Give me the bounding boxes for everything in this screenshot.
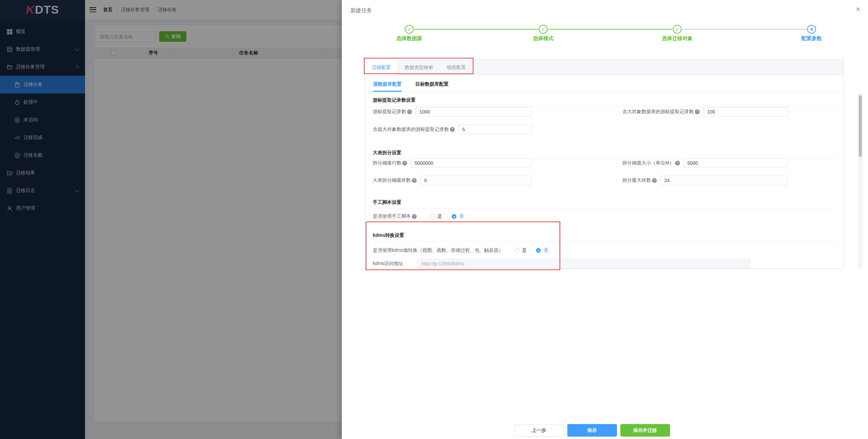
tab-migration-config[interactable]: 迁移配置 — [365, 60, 398, 75]
help-icon[interactable]: ? — [695, 109, 700, 114]
config-tabs: 迁移配置 数据类型映射 线程配置 — [365, 59, 844, 75]
step-connector — [682, 29, 806, 30]
help-icon[interactable]: ? — [652, 178, 657, 183]
db-config-subtabs: 源数据库配置 目标数据库配置 — [365, 75, 844, 92]
field-label: 拆分阈值大小（单位M） — [622, 160, 674, 166]
form-item: 含超大对象数据表的游标提取记录数 ? — [373, 125, 532, 134]
drawer-footer: 上一步 保存 保存并迁移 — [514, 424, 670, 437]
form-item: 拆分最大块数 ? — [622, 176, 788, 185]
section-title-big-table-split: 大表拆分设置 — [373, 150, 836, 159]
close-icon[interactable]: ✕ — [856, 6, 861, 12]
form-scrollbar-thumb[interactable] — [859, 95, 862, 157]
field-label: kdms访问地址 — [373, 261, 403, 267]
lob-cursor-fetch-count-input[interactable] — [703, 107, 788, 117]
field-label: 含大对象数据表的游标提取记录数 — [622, 109, 694, 115]
config-form-scroll-area[interactable]: 游标提取记录数设置 游标提取记录数 ? 含大对象数据表的游标提取记录数 ? 含超… — [365, 92, 844, 268]
form-item: 拆分阈值行数 ? — [373, 158, 532, 168]
help-icon[interactable]: ? — [675, 161, 680, 165]
section-title-kdms-convert: kdms转换设置 — [373, 232, 836, 242]
radio-icon — [515, 248, 519, 253]
field-label: 拆分最大块数 — [622, 177, 651, 183]
step-3-circle: ✓ — [673, 25, 682, 34]
drawer-title: 新建任务 — [350, 7, 372, 14]
cursor-fetch-count-input[interactable] — [415, 107, 532, 117]
radio-label: 是 — [437, 213, 442, 220]
step-1-label: 选择数据源 — [375, 35, 443, 42]
split-max-chunks-input[interactable] — [660, 176, 788, 185]
step-connector — [414, 29, 538, 30]
split-threshold-rows-input[interactable] — [411, 158, 532, 168]
form-item: 大表拆分阈值块数 ? — [373, 176, 532, 185]
section-title-manual-script: 手工脚本设置 — [373, 199, 836, 209]
split-threshold-chunks-input[interactable] — [420, 176, 532, 185]
kdms-convert-radio-no[interactable]: 否 — [536, 247, 548, 253]
radio-icon — [452, 214, 456, 219]
manual-script-radio-no[interactable]: 否 — [452, 213, 464, 220]
save-and-migrate-button[interactable]: 保存并迁移 — [620, 424, 670, 437]
step-2-label: 选择模式 — [509, 35, 577, 42]
radio-icon — [536, 248, 541, 253]
help-icon[interactable]: ? — [412, 178, 417, 183]
step-3-label: 选择迁移对象 — [643, 35, 711, 42]
form-item: 游标提取记录数 ? — [373, 107, 532, 117]
step-2-circle: ✓ — [539, 25, 548, 34]
form-item: 拆分阈值大小（单位M） ? — [622, 158, 788, 168]
step-4-number: 4 — [810, 27, 813, 32]
step-4-label: 配置参数 — [778, 35, 846, 42]
step-connector — [548, 29, 672, 30]
previous-step-button[interactable]: 上一步 — [514, 424, 564, 437]
radio-label: 否 — [459, 213, 464, 220]
radio-label: 否 — [543, 247, 548, 253]
step-4-circle: 4 — [807, 25, 816, 34]
check-icon: ✓ — [407, 27, 411, 32]
radio-label: 是 — [522, 247, 527, 253]
form-item: 含大对象数据表的游标提取记录数 ? — [622, 107, 788, 117]
save-button[interactable]: 保存 — [567, 424, 617, 437]
field-label: 含超大对象数据表的游标提取记录数 — [373, 126, 449, 133]
field-label: 大表拆分阈值块数 — [373, 177, 411, 183]
kdms-convert-radio-yes[interactable]: 是 — [515, 247, 527, 253]
radio-icon — [430, 214, 435, 219]
tab-datatype-mapping[interactable]: 数据类型映射 — [398, 60, 440, 74]
config-tab-card: 迁移配置 数据类型映射 线程配置 源数据库配置 目标数据库配置 游标提取记录数设… — [365, 59, 844, 269]
manual-script-radio-yes[interactable]: 是 — [430, 213, 442, 220]
field-label: 拆分阈值行数 — [373, 160, 401, 166]
new-task-drawer: 新建任务 ✕ ✓ ✓ ✓ 4 选择数据源 选择模式 选择迁移对象 配置参数 迁移… — [342, 0, 868, 439]
split-threshold-size-input[interactable] — [683, 158, 788, 168]
subtab-target-db-config[interactable]: 目标数据库配置 — [415, 81, 449, 91]
check-icon: ✓ — [675, 27, 679, 32]
field-label: 是否使用kdms做转换（视图、函数、存储过程、包、触发器） — [373, 247, 503, 253]
kdms-address-input[interactable] — [417, 259, 750, 268]
huge-lob-cursor-fetch-count-input[interactable] — [458, 125, 532, 134]
help-icon[interactable]: ? — [407, 109, 412, 114]
help-icon[interactable]: ? — [412, 214, 417, 219]
subtab-source-db-config[interactable]: 源数据库配置 — [373, 81, 402, 91]
field-label: 是否使用手工脚本 — [373, 213, 411, 220]
section-title-cursor-fetch: 游标提取记录数设置 — [373, 97, 836, 106]
check-icon: ✓ — [541, 27, 545, 32]
help-icon[interactable]: ? — [402, 161, 407, 165]
step-1-circle: ✓ — [405, 25, 414, 34]
help-icon[interactable]: ? — [450, 127, 455, 132]
field-label: 游标提取记录数 — [373, 109, 406, 115]
tab-thread-config[interactable]: 线程配置 — [440, 60, 473, 74]
